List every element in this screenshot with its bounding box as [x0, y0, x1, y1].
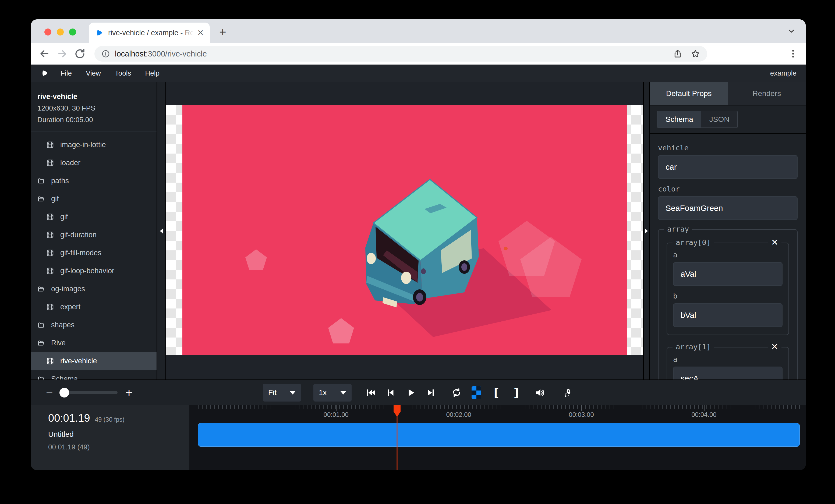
close-tab-icon[interactable]: ✕ [197, 29, 204, 37]
tab-default-props[interactable]: Default Props [650, 82, 728, 105]
sidebar-item-gif-fill-modes[interactable]: gif-fill-modes [31, 244, 157, 262]
sidebar-item-og-images[interactable]: og-images [31, 280, 157, 298]
sidebar-item-paths[interactable]: paths [31, 172, 157, 190]
field-label-vehicle: vehicle [658, 144, 798, 152]
vehicle-input[interactable]: car [658, 155, 798, 179]
chevron-down-icon [340, 391, 346, 395]
timeline-track-area[interactable]: 00:01.00 00:02.00 00:03.00 00:04.00 [189, 405, 806, 470]
rocket-button[interactable] [560, 386, 574, 400]
site-info-icon[interactable] [101, 49, 110, 58]
ruler-ticks [198, 405, 800, 409]
current-time: 00:01.19 [48, 412, 90, 424]
menu-view[interactable]: View [86, 69, 101, 78]
remotion-studio: File View Tools Help example rive-vehicl… [31, 65, 806, 470]
zoom-slider[interactable] [61, 391, 118, 394]
composition-duration: Duration 00:05.00 [37, 115, 154, 124]
sidebar-item-label: Rive [51, 339, 66, 347]
toggle-json[interactable]: JSON [701, 111, 738, 127]
address-bar[interactable]: localhost:3000/rive-vehicle [95, 46, 707, 62]
sidebar-item-rive-vehicle[interactable]: rive-vehicle [31, 352, 157, 370]
collapse-left-icon[interactable] [159, 228, 164, 234]
tab-renders[interactable]: Renders [728, 82, 806, 105]
array-1-legend: array[1] [673, 343, 714, 351]
menu-help[interactable]: Help [145, 69, 160, 78]
sidebar-item-gif-duration[interactable]: gif-duration [31, 226, 157, 244]
sidebar-item-loader[interactable]: loader [31, 154, 157, 172]
composition-resolution: 1200x630, 30 FPS [37, 104, 154, 112]
sidebar-item-label: gif-fill-modes [60, 249, 101, 257]
share-icon[interactable] [673, 49, 683, 59]
array-fieldset: array array[0] ✕ a aVal b bVal array[1] [658, 229, 798, 379]
sidebar-item-gif-folder[interactable]: gif [31, 190, 157, 208]
array-1-a-input[interactable]: secA [673, 366, 782, 379]
menu-tools[interactable]: Tools [115, 69, 131, 78]
volume-button[interactable] [533, 386, 547, 400]
toggle-schema[interactable]: Schema [657, 111, 701, 127]
zoom-slider-knob[interactable] [59, 388, 69, 398]
app-menubar: File View Tools Help example [31, 65, 806, 82]
timeline-track-bar[interactable] [198, 423, 800, 447]
sidebar-item-rive-folder[interactable]: Rive [31, 334, 157, 352]
sidebar-collapse-strip[interactable] [157, 82, 166, 379]
back-icon[interactable] [39, 48, 50, 60]
vehicle-animation [166, 105, 643, 355]
sidebar-item-shapes[interactable]: shapes [31, 316, 157, 334]
sidebar-item-label: Schema [51, 375, 78, 379]
remove-array-1-icon[interactable]: ✕ [768, 342, 781, 352]
close-window-button[interactable] [44, 28, 52, 36]
ruler-major-tick [459, 405, 459, 411]
zoom-out-button[interactable]: − [46, 386, 53, 399]
sidebar-item-schema[interactable]: Schema [31, 370, 157, 379]
collapse-right-icon[interactable] [644, 228, 649, 234]
remove-array-0-icon[interactable]: ✕ [768, 238, 781, 247]
next-frame-button[interactable] [424, 386, 438, 400]
play-button[interactable] [404, 386, 418, 400]
window-controls [44, 28, 76, 36]
remotion-logo-icon[interactable] [40, 69, 49, 78]
checkerboard-icon [472, 386, 481, 399]
zoom-in-button[interactable]: + [126, 386, 133, 399]
reload-icon[interactable] [74, 48, 86, 60]
ruler-label: 00:02.00 [446, 411, 471, 419]
sidebar-item-gif[interactable]: gif [31, 208, 157, 226]
track-name: Untitled [48, 430, 189, 439]
sidebar-item-label: image-in-lottie [60, 141, 106, 149]
field-label-a: a [673, 355, 782, 363]
film-icon [46, 357, 54, 365]
loop-button[interactable] [449, 386, 464, 400]
bookmark-star-icon[interactable] [691, 49, 700, 59]
chevron-down-icon[interactable] [787, 26, 796, 36]
minimize-window-button[interactable] [57, 28, 64, 36]
forward-icon[interactable] [56, 48, 68, 60]
playhead-handle[interactable] [393, 405, 401, 417]
speed-dropdown-label: 1x [319, 388, 327, 397]
set-out-point-button[interactable]: ] [509, 386, 523, 400]
array-0-b-input[interactable]: bVal [673, 303, 782, 327]
field-label-a: a [673, 251, 782, 259]
speed-dropdown[interactable]: 1x [313, 384, 352, 401]
fullscreen-window-button[interactable] [69, 28, 76, 36]
array-0-a-input[interactable]: aVal [673, 262, 782, 286]
set-in-point-button[interactable]: [ [489, 386, 503, 400]
folder-icon [37, 177, 45, 185]
sidebar-item-gif-loop-behavior[interactable]: gif-loop-behavior [31, 262, 157, 280]
menu-file[interactable]: File [61, 69, 72, 78]
browser-menu-icon[interactable] [788, 49, 798, 59]
timeline-info-panel: 00:01.19 49 (30 fps) Untitled 00:01.19 (… [31, 405, 189, 470]
color-input[interactable]: SeaFoamGreen [658, 196, 798, 220]
folder-icon [37, 321, 45, 329]
sidebar-item-image-in-lottie[interactable]: image-in-lottie [31, 136, 157, 154]
browser-tab[interactable]: rive-vehicle / example - Remoti ✕ [89, 23, 210, 43]
rightpanel-collapse-strip[interactable] [643, 82, 649, 379]
preview-viewport[interactable] [166, 82, 643, 379]
track-duration: 00:01.19 (49) [48, 443, 189, 451]
ruler-label: 00:04.00 [691, 411, 716, 419]
new-tab-button[interactable]: + [219, 25, 226, 39]
previous-frame-button[interactable] [384, 386, 398, 400]
sidebar-item-expert[interactable]: expert [31, 298, 157, 316]
transparency-checkerboard-button[interactable] [469, 386, 483, 400]
sidebar-item-label: paths [51, 177, 69, 185]
jump-to-start-button[interactable] [364, 386, 378, 400]
fit-dropdown[interactable]: Fit [263, 384, 301, 401]
folder-open-icon [37, 339, 45, 346]
